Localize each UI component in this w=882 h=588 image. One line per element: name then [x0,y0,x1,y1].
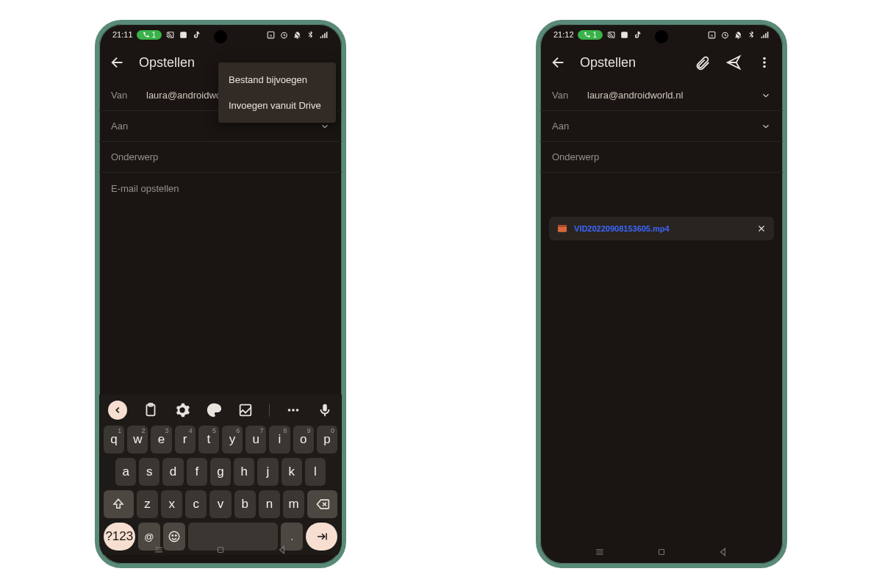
to-label: Aan [111,121,146,132]
menu-insert-drive[interactable]: Invoegen vanuit Drive [218,93,336,118]
chevron-down-icon[interactable] [761,121,771,132]
attachment-name[interactable]: VID20220908153605.mp4 [574,224,750,233]
overflow-icon[interactable] [756,54,772,71]
call-badge: 1 [137,30,162,40]
app-icon [620,30,629,40]
key-n[interactable]: n [259,490,280,518]
from-row[interactable]: Van laura@androidworld.nl [540,80,783,111]
key-g[interactable]: g [210,458,231,486]
dnd-icon [734,30,743,40]
kb-row-3: zxcvbnm [99,490,342,523]
key-c[interactable]: c [185,490,207,518]
nfc-icon: N [707,30,717,40]
key-o[interactable]: o9 [293,426,314,453]
phone-right: 21:12 1 N Opstellen Van laura@android [536,20,787,568]
app-icon [179,30,188,40]
key-shift[interactable] [104,490,134,518]
cast-icon [606,30,616,40]
key-y[interactable]: y6 [222,426,243,453]
key-i[interactable]: i8 [269,426,290,453]
svg-point-9 [292,409,295,412]
key-f[interactable]: f [187,458,207,486]
subject-placeholder: Onderwerp [552,151,599,162]
svg-point-11 [169,531,179,542]
key-a[interactable]: a [115,458,136,486]
nav-home-icon[interactable] [656,547,667,557]
mic-icon[interactable] [317,402,333,418]
svg-rect-15 [621,32,628,38]
key-z[interactable]: z [137,490,158,518]
attachment-remove-icon[interactable] [756,223,767,234]
to-label: Aan [552,121,587,132]
back-icon[interactable] [110,54,126,71]
back-icon[interactable] [551,54,567,71]
menu-attach-file[interactable]: Bestand bijvoegen [218,67,336,93]
subject-row[interactable]: Onderwerp [99,142,342,173]
key-k[interactable]: k [282,458,302,486]
key-d[interactable]: d [162,458,183,486]
nav-recent-icon[interactable] [154,545,164,555]
svg-text:N: N [711,33,713,37]
nfc-icon: N [266,30,276,40]
key-q[interactable]: q1 [104,426,124,453]
key-m[interactable]: m [283,490,304,518]
status-time: 21:12 [553,30,574,39]
from-value: laura@androidworld.nl [587,90,683,101]
app-bar: Opstellen [540,45,783,80]
key-s[interactable]: s [139,458,159,486]
to-row[interactable]: Aan [540,111,783,142]
nav-home-icon[interactable] [215,545,226,555]
cast-icon [165,30,175,40]
key-p[interactable]: p0 [317,426,337,453]
body-input[interactable]: E-mail opstellen [99,173,342,204]
svg-rect-0 [180,32,187,38]
alarm-icon [279,30,289,40]
key-b[interactable]: b [234,490,256,518]
chevron-down-icon[interactable] [761,90,771,101]
status-bar: 21:11 1 N [99,24,342,45]
attach-menu: Bestand bijvoegen Invoegen vanuit Drive [218,62,336,123]
kb-collapse-icon[interactable] [108,401,127,420]
key-u[interactable]: u7 [245,426,266,453]
key-v[interactable]: v [209,490,231,518]
palette-icon[interactable] [206,402,222,418]
tiktok-icon [633,30,642,40]
dnd-icon [293,30,302,40]
kb-row-1: q1w2e3r4t5y6u7i8o9p0 [99,426,342,458]
key-l[interactable]: l [305,458,326,486]
svg-rect-7 [240,405,251,416]
from-label: Van [552,90,587,101]
key-e[interactable]: e3 [151,426,171,453]
nav-back-icon[interactable] [718,547,728,557]
svg-point-21 [763,61,766,64]
signal-icon [760,30,770,40]
clipboard-icon[interactable] [143,402,159,418]
signal-icon [319,30,329,40]
more-icon[interactable] [285,402,301,418]
from-label: Van [111,90,146,101]
key-j[interactable]: j [257,458,278,486]
svg-text:N: N [270,33,272,37]
svg-point-13 [176,535,177,537]
nav-recent-icon[interactable] [595,547,605,557]
bluetooth-icon [306,30,315,40]
sticker-icon[interactable] [237,402,254,418]
svg-point-8 [288,409,291,412]
svg-point-10 [296,409,299,412]
page-title: Opstellen [580,55,695,71]
key-r[interactable]: r4 [175,426,196,453]
attach-icon[interactable] [695,54,711,71]
svg-rect-14 [218,548,223,553]
key-backspace[interactable] [307,490,337,518]
nav-back-icon[interactable] [277,545,287,555]
send-icon[interactable] [725,54,742,71]
subject-row[interactable]: Onderwerp [540,142,783,173]
gear-icon[interactable] [174,402,190,418]
key-x[interactable]: x [161,490,182,518]
key-w[interactable]: w2 [127,426,148,453]
svg-point-22 [763,65,766,68]
key-t[interactable]: t5 [198,426,219,453]
key-h[interactable]: h [234,458,254,486]
svg-rect-25 [659,550,664,555]
status-bar: 21:12 1 N [540,24,783,45]
